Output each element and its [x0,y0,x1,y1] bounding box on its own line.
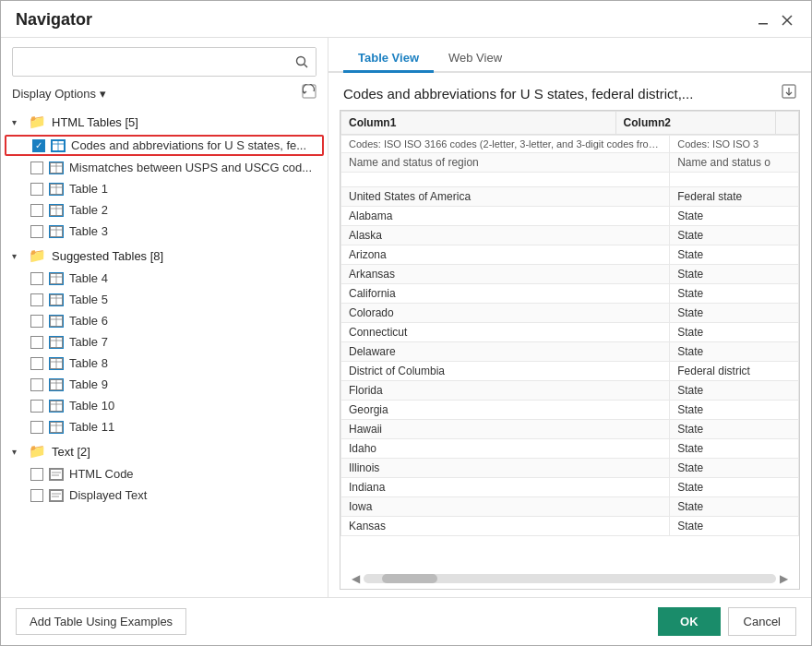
footer-right: OK Cancel [658,607,796,636]
text-group-label: Text [2] [52,445,90,459]
tree-area: ▾ 📁 HTML Tables [5] ✓ Codes and abbrevia… [1,110,328,597]
tree-item-table7[interactable]: Table 7 [1,331,328,353]
horizontal-scrollbar[interactable] [364,574,776,583]
text-icon [49,489,64,502]
minimize-button[interactable] [754,11,772,30]
table-row: IowaState [341,497,799,517]
table-icon [49,204,64,217]
search-bar [12,47,316,77]
tree-item-table9[interactable]: Table 9 [1,374,328,395]
close-button[interactable] [778,11,796,30]
table-icon [49,293,64,306]
tree-item-table4[interactable]: Table 4 [1,268,328,289]
table-icon [49,400,64,413]
tree-item-table10[interactable]: Table 10 [1,395,328,416]
column1-header: Column1 [341,112,616,135]
tree-item-displayed-text[interactable]: Displayed Text [1,484,328,506]
tree-item-label: Table 4 [69,271,108,285]
checkbox-icon [30,162,43,174]
tree-item-table5[interactable]: Table 5 [1,289,328,310]
tree-item-table8[interactable]: Table 8 [1,353,328,374]
html-tables-header[interactable]: ▾ 📁 HTML Tables [5] [1,110,328,134]
left-panel: Display Options ▾ ▾ 📁 [1,38,328,597]
tree-item-table1[interactable]: Table 1 [1,178,328,199]
table-icon [49,162,64,174]
table-row: District of ColumbiaFederal district [341,362,799,381]
suggested-tables-header[interactable]: ▾ 📁 Suggested Tables [8] [1,244,328,268]
chevron-down-icon: ▾ [12,117,23,127]
navigator-dialog: Navigator [0,0,812,646]
tree-item-codes[interactable]: ✓ Codes and abbreviations for U S states… [5,135,324,156]
checkbox-icon [30,293,43,306]
tree-item-table2[interactable]: Table 2 [1,199,328,221]
checkbox-icon [30,468,43,481]
checkbox-icon [30,183,43,196]
tree-item-table11[interactable]: Table 11 [1,416,328,437]
tab-table-view[interactable]: Table View [343,45,434,73]
chevron-down-icon: ▾ [12,447,23,457]
suggested-tables-label: Suggested Tables [8] [52,249,163,263]
checkbox-icon [30,357,43,370]
table-row: CaliforniaState [341,284,799,304]
tab-web-view[interactable]: Web View [434,45,517,73]
table-row: DelawareState [341,342,799,362]
checkbox-icon [30,272,43,285]
table-row: ColoradoState [341,304,799,323]
scroll-right-icon[interactable]: ▶ [780,572,788,585]
display-options-button[interactable]: Display Options ▾ [12,87,106,101]
tree-item-mismatches[interactable]: Mismatches between USPS and USCG cod... [1,157,328,178]
ok-button[interactable]: OK [658,607,721,636]
svg-rect-48 [51,490,63,500]
tree-item-table3[interactable]: Table 3 [1,221,328,242]
dialog-title: Navigator [16,10,92,30]
titlebar-controls [754,11,796,30]
table-icon [49,421,64,434]
table-row: GeorgiaState [341,401,799,420]
table-row: Name and status of region Name and statu… [341,153,799,173]
cancel-button[interactable]: Cancel [728,607,796,636]
tree-item-label: Table 7 [69,335,108,349]
preview-title: Codes and abbreviations for U S states, … [343,86,693,102]
checkbox-icon [30,336,43,349]
titlebar: Navigator [1,1,811,38]
scrollbar-thumb[interactable] [382,574,437,583]
table-row: HawaiiState [341,420,799,439]
table-icon [49,183,64,196]
table-row: IndianaState [341,478,799,497]
data-table-body: Codes: ISO ISO 3166 codes (2-letter, 3-l… [340,135,799,536]
scroll-left-icon[interactable]: ◀ [352,572,360,585]
table-row: ArizonaState [341,245,799,265]
folder-icon: 📁 [29,443,46,460]
checkbox-icon [30,204,43,217]
main-content: Display Options ▾ ▾ 📁 [1,38,811,597]
export-button[interactable] [782,84,796,102]
svg-line-4 [304,65,308,68]
tree-item-label: Table 11 [69,420,114,434]
footer: Add Table Using Examples OK Cancel [1,597,811,645]
suggested-tables-group: ▾ 📁 Suggested Tables [8] Table 4 [1,244,328,437]
data-table-scroll[interactable]: Codes: ISO ISO 3166 codes (2-letter, 3-l… [340,135,799,568]
checkbox-checked-icon: ✓ [32,139,45,152]
refresh-button[interactable] [302,84,316,102]
search-button[interactable] [288,48,316,76]
text-icon [49,468,64,481]
table-row: AlabamaState [341,207,799,226]
tree-item-label: Table 2 [69,203,108,217]
text-group-header[interactable]: ▾ 📁 Text [2] [1,439,328,463]
checkbox-icon [30,315,43,328]
search-input[interactable] [13,51,288,74]
svg-rect-45 [51,469,63,479]
tree-item-html-code[interactable]: HTML Code [1,463,328,484]
table-row: FloridaState [341,381,799,401]
checkbox-icon [30,421,43,434]
text-group: ▾ 📁 Text [2] HTML Code [1,439,328,506]
checkbox-icon [30,378,43,391]
table-row: United States of AmericaFederal state [341,187,799,207]
table-icon [49,336,64,349]
add-table-button[interactable]: Add Table Using Examples [16,608,186,635]
checkbox-icon [30,225,43,238]
table-row [341,173,799,187]
data-table: Column1 Column2 [340,111,799,135]
tree-item-table6[interactable]: Table 6 [1,310,328,331]
table-icon [51,139,66,152]
